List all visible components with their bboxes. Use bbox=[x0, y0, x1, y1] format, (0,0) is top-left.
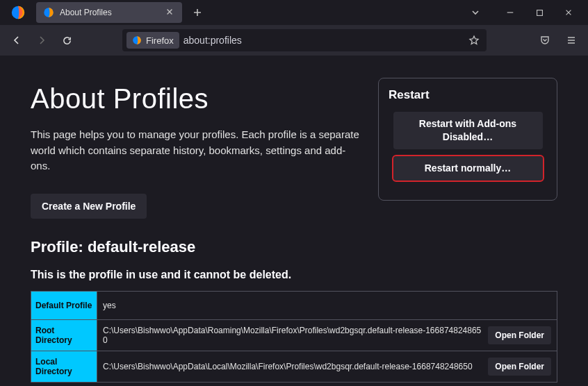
firefox-logo-icon bbox=[10, 4, 26, 21]
row-key: Default Profile bbox=[31, 292, 97, 319]
tab-title: About Profiles bbox=[60, 8, 160, 17]
open-folder-button[interactable]: Open Folder bbox=[488, 326, 551, 344]
window-controls bbox=[462, 3, 582, 22]
identity-chip[interactable]: Firefox bbox=[126, 32, 179, 49]
forward-button[interactable] bbox=[31, 29, 53, 51]
table-row: Default Profile yes bbox=[31, 292, 557, 320]
nav-toolbar-right bbox=[534, 29, 582, 51]
tab-close-button[interactable] bbox=[165, 8, 175, 17]
firefox-chip-icon bbox=[132, 35, 142, 45]
url-bar[interactable]: Firefox about:profiles bbox=[122, 29, 487, 51]
row-value: yes bbox=[97, 292, 557, 319]
restart-normally-button[interactable]: Restart normally… bbox=[393, 156, 543, 181]
browser-tab[interactable]: About Profiles bbox=[36, 2, 182, 23]
pocket-button[interactable] bbox=[534, 29, 556, 51]
table-row: Root Directory C:\Users\Bishwwo\AppData\… bbox=[31, 320, 557, 351]
page-content: About Profiles This page helps you to ma… bbox=[0, 56, 588, 386]
page-description: This page helps you to manage your profi… bbox=[31, 127, 364, 174]
svg-rect-2 bbox=[537, 10, 542, 15]
app-menu-button[interactable] bbox=[560, 29, 582, 51]
url-text: about:profiles bbox=[183, 35, 242, 46]
navigation-toolbar: Firefox about:profiles bbox=[0, 25, 588, 56]
tab-favicon-icon bbox=[43, 7, 54, 18]
table-row: Local Directory C:\Users\Bishwwo\AppData… bbox=[31, 351, 557, 382]
profile-section: Profile: default-release This is the pro… bbox=[31, 238, 557, 383]
window-minimize-button[interactable] bbox=[496, 3, 524, 22]
window-close-button[interactable] bbox=[555, 3, 582, 22]
window-maximize-button[interactable] bbox=[525, 3, 553, 22]
profile-table: Default Profile yes Root Directory C:\Us… bbox=[31, 291, 557, 383]
reload-button[interactable] bbox=[56, 29, 78, 51]
new-tab-button[interactable] bbox=[188, 3, 207, 22]
bookmark-star-button[interactable] bbox=[466, 32, 482, 49]
row-key: Root Directory bbox=[31, 320, 97, 351]
restart-heading: Restart bbox=[389, 88, 547, 102]
back-button[interactable] bbox=[6, 29, 28, 51]
profile-in-use-note: This is the profile in use and it cannot… bbox=[31, 269, 557, 281]
restart-addons-disabled-button[interactable]: Restart with Add-ons Disabled… bbox=[393, 112, 543, 149]
identity-label: Firefox bbox=[146, 35, 174, 46]
create-profile-button[interactable]: Create a New Profile bbox=[31, 194, 147, 219]
tabs-overflow-button[interactable] bbox=[462, 3, 489, 22]
row-value: C:\Users\Bishwwo\AppData\Roaming\Mozilla… bbox=[97, 320, 557, 351]
row-value: C:\Users\Bishwwo\AppData\Local\Mozilla\F… bbox=[97, 351, 557, 382]
restart-panel: Restart Restart with Add-ons Disabled… R… bbox=[378, 78, 557, 201]
profile-heading: Profile: default-release bbox=[31, 238, 557, 256]
row-key: Local Directory bbox=[31, 351, 97, 382]
titlebar: About Profiles bbox=[0, 0, 588, 25]
open-folder-button[interactable]: Open Folder bbox=[488, 358, 551, 376]
